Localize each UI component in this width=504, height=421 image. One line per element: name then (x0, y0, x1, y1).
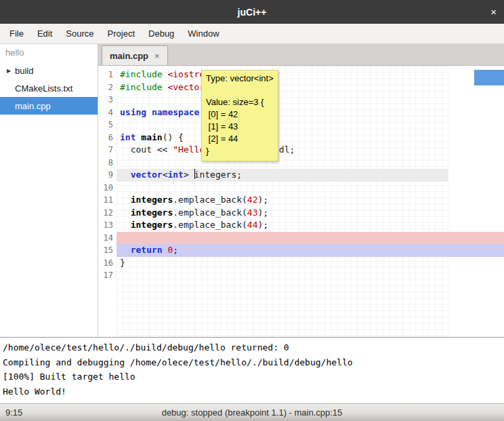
code-line-14[interactable] (117, 232, 504, 245)
code-line-11[interactable]: integers.emplace_back(42); (117, 194, 504, 207)
menu-source[interactable]: Source (59, 24, 100, 43)
line-number[interactable]: 5 (98, 119, 117, 132)
cursor-position: 9:15 (0, 407, 22, 418)
line-number[interactable]: 16 (98, 257, 117, 270)
code-segment: using (120, 107, 146, 117)
code-segment: .emplace_back( (173, 220, 247, 230)
line-number[interactable]: 13 (98, 219, 117, 232)
output-line: Compiling and debugging /home/olece/test… (3, 355, 501, 370)
code-segment (120, 245, 131, 255)
line-number[interactable]: 6 (98, 132, 117, 144)
code-segment: vector (131, 169, 163, 180)
project-name: hello (0, 44, 98, 62)
code-segment (120, 220, 131, 230)
tooltip-value-line: [2] = 44 (206, 133, 274, 145)
code-line-3[interactable] (117, 94, 504, 106)
tree-item-cmakelists-txt[interactable]: CMakeLists.txt (0, 79, 98, 97)
menu-project[interactable]: Project (101, 24, 142, 43)
code-segment: int (167, 169, 183, 180)
expander-arrow-icon[interactable]: ▶ (3, 68, 15, 74)
tree-item-label: CMakeLists.txt (15, 83, 72, 94)
line-number[interactable]: 10 (98, 182, 117, 195)
line-number[interactable]: 2 (98, 81, 117, 94)
code-line-15[interactable]: return 0; (117, 244, 504, 257)
code-segment: integers (131, 220, 173, 230)
output-panel: /home/olece/test/hello/./build/debug/hel… (0, 337, 504, 403)
menu-bar: FileEditSourceProjectDebugWindow (0, 24, 504, 44)
tooltip-type-line: Type: vector<int> (206, 73, 274, 85)
code-line-7[interactable]: cout << "Hello World!" << endl; (117, 144, 504, 157)
code-line-8[interactable] (117, 157, 504, 169)
main-area: hello ▶buildCMakeLists.txtmain.cpp main.… (0, 44, 504, 337)
title-bar: juCi++ × (0, 0, 504, 24)
line-number[interactable]: 8 (98, 157, 117, 169)
code-segment (146, 107, 152, 117)
code-line-16[interactable]: } (117, 257, 504, 270)
code-segment (120, 207, 131, 218)
code-segment: 44 (247, 220, 258, 230)
line-number[interactable]: 11 (98, 194, 117, 207)
tree-item-label: build (15, 66, 33, 76)
tooltip-value-line: [1] = 43 (206, 121, 274, 133)
code-segment: ); (258, 195, 269, 205)
close-icon[interactable]: × (490, 0, 497, 24)
code-segment: ; (173, 245, 178, 255)
code-line-9[interactable]: vector<int> integers; (117, 169, 504, 182)
line-number[interactable]: 12 (98, 207, 117, 220)
line-number[interactable]: 15 (98, 244, 117, 257)
line-number[interactable]: 9 (98, 169, 117, 182)
code-segment: 43 (247, 207, 258, 218)
code-line-2[interactable]: #include <vector> (117, 81, 504, 94)
line-number[interactable]: 1 (98, 68, 117, 81)
output-line: /home/olece/test/hello/./build/debug/hel… (3, 340, 501, 355)
code-line-10[interactable] (117, 182, 504, 195)
scrollbar-thumb[interactable] (474, 70, 504, 85)
code-editor[interactable]: 1234567891011121314151617 #include <iost… (98, 66, 504, 337)
line-number-gutter: 1234567891011121314151617 (98, 68, 117, 282)
menu-window[interactable]: Window (181, 24, 226, 43)
code-line-12[interactable]: integers.emplace_back(43); (117, 207, 504, 220)
tab-close-icon[interactable]: × (154, 51, 160, 61)
tooltip-value-block: Value: size=3 { [0] = 42 [1] = 43 [2] = … (206, 96, 274, 157)
code-segment: #include (120, 69, 163, 79)
code-line-4[interactable]: using namespace std; (117, 106, 504, 119)
code-segment: .emplace_back( (173, 207, 247, 218)
code-area: #include <iostream>#include <vector>usin… (117, 68, 504, 282)
code-line-1[interactable]: #include <iostream> (117, 68, 504, 81)
tree-item-build[interactable]: ▶build (0, 62, 98, 79)
line-number[interactable]: 7 (98, 144, 117, 157)
tab-main-cpp[interactable]: main.cpp × (102, 45, 168, 65)
code-segment (120, 169, 131, 180)
code-line-13[interactable]: integers.emplace_back(44); (117, 219, 504, 232)
status-message: debug: stopped (breakpoint 1.1) - main.c… (0, 407, 504, 418)
code-line-5[interactable] (117, 119, 504, 132)
line-number[interactable]: 14 (98, 232, 117, 245)
code-segment: integers (131, 207, 173, 218)
line-number[interactable]: 4 (98, 106, 117, 119)
tree-item-label: main.cpp (15, 101, 51, 111)
code-segment: 42 (247, 195, 258, 205)
code-segment: integers (131, 195, 173, 205)
output-line: [100%] Built target hello (3, 369, 501, 384)
tree-item-main-cpp[interactable]: main.cpp (0, 97, 98, 115)
code-segment: main (141, 132, 162, 142)
tooltip-value-line: } (206, 145, 274, 157)
tooltip-value-line: [0] = 42 (206, 108, 274, 121)
code-segment: integers; (194, 169, 242, 180)
window-title: juCi++ (238, 7, 267, 18)
menu-file[interactable]: File (3, 24, 30, 43)
sidebar: hello ▶buildCMakeLists.txtmain.cpp (0, 44, 98, 337)
menu-debug[interactable]: Debug (142, 24, 181, 43)
status-bar: debug: stopped (breakpoint 1.1) - main.c… (0, 403, 504, 421)
output-line: Hello World! (3, 384, 501, 399)
menu-edit[interactable]: Edit (30, 24, 59, 43)
code-segment: cout << (120, 144, 173, 155)
editor-pane: main.cpp × 1234567891011121314151617 #in… (98, 44, 504, 337)
line-number[interactable]: 3 (98, 94, 117, 106)
code-line-17[interactable] (117, 269, 504, 282)
code-segment: return (131, 245, 163, 255)
code-line-6[interactable]: int main() { (117, 132, 504, 144)
code-segment: #include (120, 82, 163, 92)
tooltip-value-line: Value: size=3 { (206, 96, 274, 108)
line-number[interactable]: 17 (98, 269, 117, 282)
